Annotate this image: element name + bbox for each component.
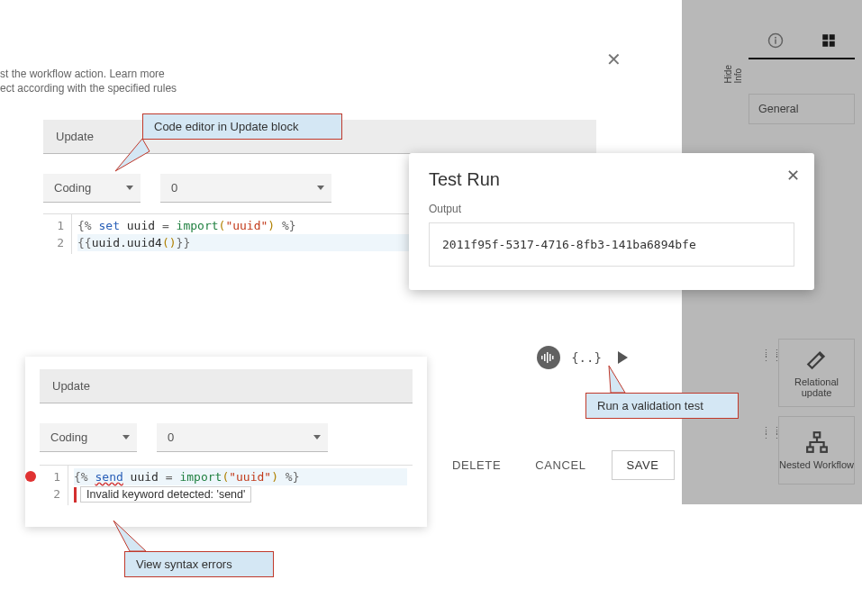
index-select[interactable]: 0 <box>157 423 328 452</box>
callout-pointer-icon <box>112 521 151 555</box>
gutter: 12 <box>43 214 72 254</box>
svg-rect-14 <box>552 356 554 359</box>
braces-icon[interactable]: {..} <box>576 348 596 367</box>
dialog-actions: DELETE CANCEL SAVE <box>443 450 675 480</box>
close-icon[interactable]: ✕ <box>606 49 622 70</box>
mode-select[interactable]: Coding <box>43 174 141 203</box>
section-header-update: Update <box>40 369 413 403</box>
cancel-button[interactable]: CANCEL <box>526 451 594 479</box>
code-line-error: Invalid keyword detected: 'send' <box>74 485 407 503</box>
gutter: 1 2 <box>40 466 68 505</box>
svg-rect-13 <box>549 354 551 361</box>
callout-syntax: View syntax errors <box>124 551 274 577</box>
error-message: Invalid keyword detected: 'send' <box>80 486 251 503</box>
index-select[interactable]: 0 <box>160 174 331 203</box>
error-bar-icon <box>74 487 77 503</box>
test-run-popover: ✕ Test Run Output 2011f95f-5317-4716-8fb… <box>409 153 814 290</box>
mode-select[interactable]: Coding <box>40 423 137 452</box>
code-editor[interactable]: 1 2 {% send uuid = import("uuid") %} Inv… <box>40 465 413 505</box>
sound-wave-icon[interactable] <box>537 346 560 369</box>
svg-marker-16 <box>609 366 625 393</box>
chevron-down-icon <box>126 186 133 190</box>
close-icon[interactable]: ✕ <box>786 166 800 186</box>
svg-marker-17 <box>113 521 146 551</box>
svg-marker-15 <box>115 139 150 171</box>
chevron-down-icon <box>317 186 324 190</box>
svg-rect-11 <box>544 354 546 361</box>
callout-editor: Code editor in Update block <box>142 113 342 140</box>
callout-pointer-icon <box>108 135 153 175</box>
callout-run: Run a validation test <box>585 393 739 419</box>
output-label: Output <box>429 203 794 215</box>
save-button[interactable]: SAVE <box>612 450 675 480</box>
error-dot-icon[interactable] <box>25 471 36 482</box>
svg-rect-12 <box>547 352 549 363</box>
play-icon[interactable] <box>612 348 632 367</box>
delete-button[interactable]: DELETE <box>443 451 510 479</box>
code-line[interactable]: {% send uuid = import("uuid") %} <box>74 468 407 485</box>
update-block-lower: Update Coding 0 1 2 {% send uuid = impor… <box>25 357 427 527</box>
svg-rect-10 <box>541 356 543 359</box>
intro-text: st the workflow action. Learn more ect a… <box>0 67 177 95</box>
chevron-down-icon <box>122 435 130 439</box>
learn-more-link[interactable]: Learn more <box>109 68 164 80</box>
output-value: 2011f95f-5317-4716-8fb3-141ba6894bfe <box>429 222 794 267</box>
callout-pointer-icon <box>603 366 640 396</box>
test-run-title: Test Run <box>429 169 794 190</box>
chevron-down-icon <box>313 435 321 439</box>
